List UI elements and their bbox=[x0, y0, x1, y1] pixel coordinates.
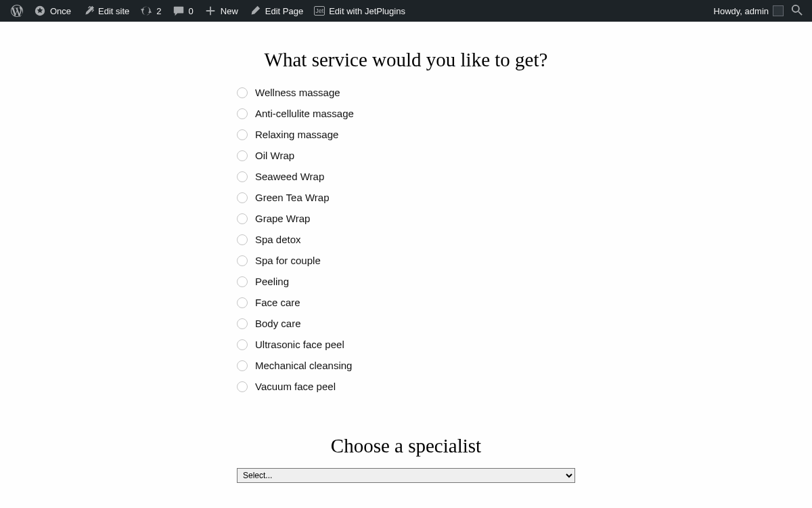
service-radio-item[interactable]: Anti-cellulite massage bbox=[237, 103, 575, 124]
comments-count: 0 bbox=[189, 6, 194, 16]
radio-icon bbox=[237, 150, 248, 161]
radio-icon bbox=[237, 381, 248, 392]
jetplugins-link[interactable]: Jet Edit with JetPlugins bbox=[309, 0, 411, 22]
specialist-select[interactable]: Select... bbox=[237, 468, 575, 483]
service-radio-label: Face care bbox=[255, 297, 300, 308]
service-radio-label: Body care bbox=[255, 318, 301, 329]
service-radio-label: Spa detox bbox=[255, 234, 301, 245]
service-radio-label: Green Tea Wrap bbox=[255, 192, 330, 203]
radio-icon bbox=[237, 255, 248, 266]
comments-link[interactable]: 0 bbox=[167, 0, 199, 22]
service-radio-item[interactable]: Spa detox bbox=[237, 229, 575, 250]
avatar bbox=[773, 5, 784, 16]
service-radio-item[interactable]: Grape Wrap bbox=[237, 208, 575, 229]
service-radio-item[interactable]: Wellness massage bbox=[237, 82, 575, 103]
radio-icon bbox=[237, 87, 248, 98]
specialist-heading: Choose a specialist bbox=[237, 435, 575, 457]
form-container: What service would you like to get? Well… bbox=[237, 49, 575, 483]
service-radio-item[interactable]: Relaxing massage bbox=[237, 124, 575, 145]
radio-icon bbox=[237, 192, 248, 203]
dashboard-icon bbox=[34, 5, 46, 17]
service-radio-item[interactable]: Vacuum face peel bbox=[237, 376, 575, 397]
service-radio-item[interactable]: Green Tea Wrap bbox=[237, 187, 575, 208]
radio-icon bbox=[237, 129, 248, 140]
site-name-menu[interactable]: Once bbox=[28, 0, 76, 22]
adminbar-right: Howdy, admin bbox=[708, 0, 807, 22]
updates-link[interactable]: 2 bbox=[135, 0, 166, 22]
radio-icon bbox=[237, 108, 248, 119]
jet-label: Edit with JetPlugins bbox=[329, 6, 405, 16]
service-radio-item[interactable]: Oil Wrap bbox=[237, 145, 575, 166]
service-radio-label: Relaxing massage bbox=[255, 129, 338, 140]
service-radio-label: Oil Wrap bbox=[255, 150, 294, 161]
service-radio-label: Grape Wrap bbox=[255, 213, 310, 224]
radio-icon bbox=[237, 171, 248, 182]
edit-page-link[interactable]: Edit Page bbox=[244, 0, 309, 22]
service-radio-label: Spa for couple bbox=[255, 255, 321, 266]
service-radio-item[interactable]: Mechanical cleansing bbox=[237, 355, 575, 376]
edit-icon bbox=[249, 5, 261, 17]
service-radio-label: Mechanical cleansing bbox=[255, 360, 352, 371]
service-radio-label: Anti-cellulite massage bbox=[255, 108, 354, 119]
service-heading: What service would you like to get? bbox=[237, 49, 575, 71]
radio-icon bbox=[237, 276, 248, 287]
radio-icon bbox=[237, 213, 248, 224]
service-radio-item[interactable]: Seaweed Wrap bbox=[237, 166, 575, 187]
wp-logo-menu[interactable] bbox=[5, 0, 28, 22]
edit-page-label: Edit Page bbox=[265, 6, 303, 16]
specialist-section: Choose a specialist Select... bbox=[237, 435, 575, 483]
jet-icon: Jet bbox=[314, 6, 325, 16]
page-content: What service would you like to get? Well… bbox=[0, 22, 812, 483]
search-toggle[interactable] bbox=[789, 0, 807, 22]
radio-icon bbox=[237, 234, 248, 245]
edit-site-link[interactable]: Edit site bbox=[76, 0, 135, 22]
service-radio-item[interactable]: Body care bbox=[237, 313, 575, 334]
new-content-link[interactable]: New bbox=[199, 0, 244, 22]
comments-icon bbox=[173, 5, 185, 17]
service-radio-label: Peeling bbox=[255, 276, 289, 287]
new-label: New bbox=[221, 6, 238, 16]
service-radio-item[interactable]: Peeling bbox=[237, 271, 575, 292]
radio-icon bbox=[237, 297, 248, 308]
plus-icon bbox=[204, 5, 217, 17]
service-radio-item[interactable]: Face care bbox=[237, 292, 575, 313]
service-radio-label: Ultrasonic face peel bbox=[255, 339, 344, 350]
service-radio-list: Wellness massageAnti-cellulite massageRe… bbox=[237, 82, 575, 397]
customize-icon bbox=[82, 5, 94, 17]
service-radio-item[interactable]: Spa for couple bbox=[237, 250, 575, 271]
edit-site-label: Edit site bbox=[98, 6, 129, 16]
wordpress-icon bbox=[11, 5, 23, 17]
service-radio-item[interactable]: Ultrasonic face peel bbox=[237, 334, 575, 355]
specialist-select-wrap: Select... bbox=[237, 468, 575, 483]
updates-icon bbox=[140, 5, 152, 17]
radio-icon bbox=[237, 318, 248, 329]
site-name-label: Once bbox=[50, 6, 71, 16]
service-radio-label: Vacuum face peel bbox=[255, 381, 336, 392]
updates-count: 2 bbox=[156, 6, 161, 16]
adminbar-left: Once Edit site 2 0 New bbox=[5, 0, 411, 22]
howdy-label: Howdy, admin bbox=[714, 6, 769, 16]
wp-adminbar: Once Edit site 2 0 New bbox=[0, 0, 812, 22]
service-radio-label: Seaweed Wrap bbox=[255, 171, 324, 182]
radio-icon bbox=[237, 360, 248, 371]
service-radio-label: Wellness massage bbox=[255, 87, 340, 98]
my-account-link[interactable]: Howdy, admin bbox=[708, 0, 789, 22]
radio-icon bbox=[237, 339, 248, 350]
search-icon bbox=[792, 5, 804, 17]
